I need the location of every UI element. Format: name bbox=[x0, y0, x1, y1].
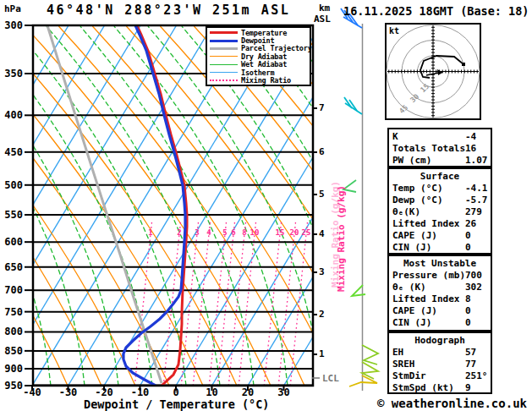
km-tick-label: 3 bbox=[319, 266, 325, 277]
temp-tick-label: -20 bbox=[90, 386, 118, 398]
pressure-tick-label: 750 bbox=[0, 306, 23, 318]
mixing-ratio-label: 1 bbox=[148, 228, 152, 237]
stat-row: CAPE (J)0 bbox=[389, 305, 491, 317]
lcl-label: LCL bbox=[322, 373, 339, 384]
altitude-unit-km: km bbox=[319, 3, 330, 14]
legend-item: Wet Adiabat bbox=[207, 61, 310, 68]
temp-tick-label: 20 bbox=[233, 386, 262, 398]
temp-tick-label: 30 bbox=[270, 386, 299, 398]
mixing-ratio-label: 4 bbox=[206, 228, 211, 237]
hodograph-stats-panel: Hodograph EH57SREH77StmDir251°StmSpd (kt… bbox=[387, 332, 492, 394]
stat-value: -4.1 bbox=[465, 183, 488, 194]
stat-value: 0 bbox=[465, 305, 471, 316]
altitude-unit-asl: ASL bbox=[314, 14, 331, 25]
km-tick-label: 7 bbox=[319, 102, 325, 113]
stat-row: Lifted Index26 bbox=[389, 218, 491, 230]
stat-label: θₑ(K) bbox=[392, 206, 420, 217]
legend-line-sample bbox=[210, 79, 238, 81]
hodograph-stats-header: Hodograph bbox=[389, 335, 491, 347]
indices-panel: K-4Totals Totals16PW (cm)1.07 bbox=[387, 128, 492, 167]
most-unstable-panel-header: Most Unstable bbox=[389, 258, 491, 270]
stat-label: StmSpd (kt) bbox=[392, 382, 454, 393]
stat-value: 57 bbox=[465, 347, 476, 358]
surface-panel-header: Surface bbox=[389, 171, 491, 183]
stat-row: Totals Totals16 bbox=[389, 143, 491, 155]
stat-label: Lifted Index bbox=[392, 293, 459, 304]
stat-value: 16 bbox=[465, 143, 476, 154]
stat-value: 700 bbox=[465, 270, 482, 281]
stat-row: CIN (J)0 bbox=[389, 242, 491, 254]
legend-line-sample bbox=[210, 47, 238, 50]
pressure-tick-label: 500 bbox=[0, 179, 23, 191]
legend-item: Mixing Ratio bbox=[207, 76, 310, 84]
stat-value: 9 bbox=[465, 382, 471, 393]
wind-barb bbox=[349, 375, 377, 386]
stat-label: CIN (J) bbox=[392, 317, 431, 328]
pressure-tick-label: 650 bbox=[0, 261, 23, 273]
stat-value: 8 bbox=[465, 293, 471, 304]
pressure-tick-label: 400 bbox=[0, 109, 23, 121]
stat-label: CIN (J) bbox=[392, 242, 431, 253]
mixing-ratio-label: 15 bbox=[276, 228, 285, 237]
stat-row: K-4 bbox=[389, 131, 491, 143]
hodograph-unit-label: kt bbox=[389, 26, 399, 36]
pressure-tick-label: 800 bbox=[0, 326, 23, 337]
temp-tick-label: 0 bbox=[162, 386, 190, 398]
stat-label: K bbox=[392, 131, 398, 142]
legend-items: TemperatureDewpointParcel TrajectoryDry … bbox=[207, 29, 310, 85]
stat-value: 251° bbox=[465, 370, 488, 381]
km-tick-label: 2 bbox=[319, 309, 325, 320]
stat-value: 26 bbox=[465, 218, 476, 229]
most-unstable-panel: Most Unstable Pressure (mb)700θₑ (K)302L… bbox=[387, 255, 492, 332]
km-tick-label: 6 bbox=[319, 146, 325, 157]
stat-row: EH57 bbox=[389, 347, 491, 359]
pressure-unit-label: hPa bbox=[4, 3, 21, 14]
km-tick-label: 5 bbox=[319, 189, 325, 200]
mixing-ratio-label: 25 bbox=[302, 228, 311, 237]
legend-line-sample bbox=[210, 72, 238, 73]
stat-row: StmSpd (kt)9 bbox=[389, 382, 491, 394]
legend-item: Isotherm bbox=[207, 68, 310, 76]
stat-row: SREH77 bbox=[389, 359, 491, 370]
surface-panel: Surface Temp (°C)-4.1Dewp (°C)-5.7θₑ(K)2… bbox=[387, 167, 492, 255]
stat-row: θₑ(K)279 bbox=[389, 206, 491, 218]
km-tick-label: 1 bbox=[319, 348, 325, 359]
legend-item: Dry Adiabat bbox=[207, 52, 310, 60]
mixing-ratio-label: 3 bbox=[195, 228, 199, 237]
km-tick-label: 4 bbox=[319, 228, 325, 239]
mixing-ratio-label: 8 bbox=[242, 228, 246, 237]
stat-row: Pressure (mb)700 bbox=[389, 270, 491, 282]
temp-tick-label: -10 bbox=[126, 386, 155, 398]
datetime-label: 16.11.2025 18GMT (Base: 18) bbox=[343, 4, 529, 18]
skewt-sounding-page: hPa 46°48'N 288°23'W 251m ASL km ASL 16.… bbox=[0, 0, 532, 411]
pressure-tick-label: 300 bbox=[0, 19, 23, 31]
stat-value: -4 bbox=[465, 131, 476, 142]
legend-line-sample bbox=[210, 56, 238, 57]
wind-barb bbox=[362, 345, 378, 364]
legend-item: Temperature bbox=[207, 29, 310, 36]
legend-line-sample bbox=[210, 31, 238, 34]
stat-value: 77 bbox=[465, 359, 476, 370]
stat-label: Temp (°C) bbox=[392, 183, 443, 194]
stat-label: θₑ (K) bbox=[392, 282, 426, 293]
stat-label: CAPE (J) bbox=[392, 230, 437, 241]
pressure-tick-label: 350 bbox=[0, 68, 23, 79]
temp-axis-title: Dewpoint / Temperature (°C) bbox=[84, 397, 269, 411]
mixing-ratio-label: 6 bbox=[231, 228, 235, 237]
stat-value: 0 bbox=[465, 317, 471, 328]
stat-value: 279 bbox=[465, 206, 482, 217]
legend-item: Parcel Trajectory bbox=[207, 45, 310, 52]
stat-value: 1.07 bbox=[465, 155, 488, 166]
stat-row: PW (cm)1.07 bbox=[389, 155, 491, 167]
mixing-ratio-label: 20 bbox=[290, 228, 299, 237]
stat-label: StmDir bbox=[392, 370, 426, 381]
stat-label: PW (cm) bbox=[392, 155, 431, 166]
mixing-ratio-label: 5 bbox=[222, 228, 227, 237]
legend-item: Dewpoint bbox=[207, 36, 310, 44]
pressure-tick-label: 700 bbox=[0, 284, 23, 296]
stat-value: 0 bbox=[465, 242, 471, 253]
stat-label: Totals Totals bbox=[392, 143, 465, 154]
stat-label: CAPE (J) bbox=[392, 305, 437, 316]
mixing-ratio-label: 2 bbox=[177, 228, 181, 237]
stat-row: Temp (°C)-4.1 bbox=[389, 183, 491, 195]
